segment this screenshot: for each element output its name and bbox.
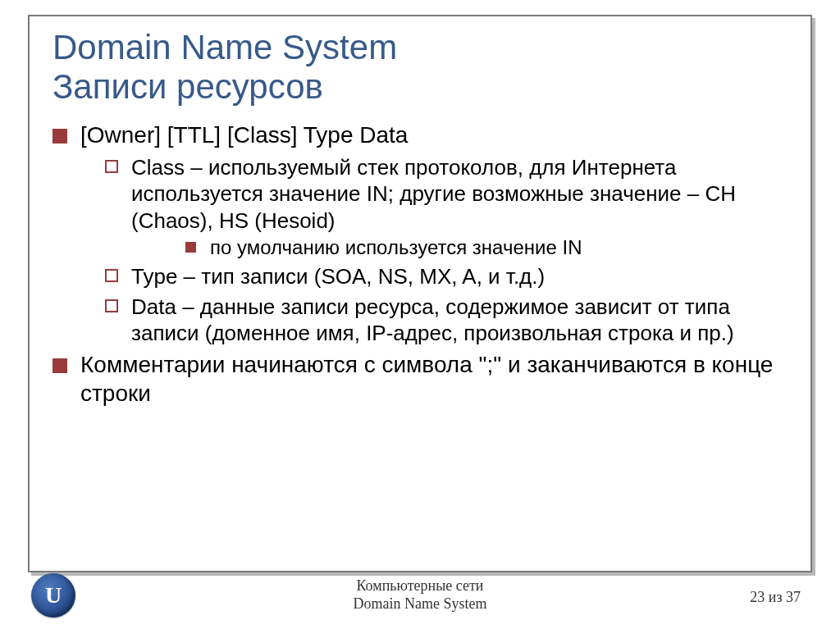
bullet-l2-item: Class – используемый стек протоколов, дл…: [80, 154, 788, 261]
slide: Domain Name System Записи ресурсов [Owne…: [0, 0, 840, 629]
bullet-text: Data – данные записи ресурса, содержимое…: [131, 294, 734, 346]
content-frame: Domain Name System Записи ресурсов [Owne…: [28, 15, 812, 572]
slide-footer: U Компьютерные сети Domain Name System 2…: [0, 570, 840, 621]
footer-center: Компьютерные сети Domain Name System: [0, 577, 840, 613]
bullet-list-level3: по умолчанию используется значение IN: [131, 235, 788, 260]
bullet-l1-item: Комментарии начинаются с символа ";" и з…: [52, 350, 788, 408]
bullet-l2-item: Data – данные записи ресурса, содержимое…: [80, 294, 788, 347]
bullet-text: Комментарии начинаются с символа ";" и з…: [80, 352, 773, 406]
slide-body: [Owner] [TTL] [Class] Type Data Class – …: [52, 121, 788, 408]
bullet-list-level2: Class – используемый стек протоколов, дл…: [80, 154, 788, 347]
footer-line-1: Компьютерные сети: [0, 577, 840, 595]
page-number: 23 из 37: [750, 589, 801, 606]
title-line-2: Записи ресурсов: [52, 67, 323, 106]
bullet-l2-item: Type – тип записи (SOA, NS, MX, A, и т.д…: [80, 263, 788, 290]
footer-line-2: Domain Name System: [0, 595, 840, 613]
bullet-list-level1: [Owner] [TTL] [Class] Type Data Class – …: [52, 121, 788, 408]
bullet-text: по умолчанию используется значение IN: [210, 236, 582, 258]
bullet-l1-item: [Owner] [TTL] [Class] Type Data Class – …: [52, 121, 788, 347]
bullet-text: Class – используемый стек протоколов, дл…: [131, 155, 736, 233]
slide-title: Domain Name System Записи ресурсов: [52, 28, 788, 107]
title-line-1: Domain Name System: [52, 28, 397, 66]
bullet-text: [Owner] [TTL] [Class] Type Data: [80, 122, 408, 148]
bullet-text: Type – тип записи (SOA, NS, MX, A, и т.д…: [131, 264, 545, 289]
bullet-l3-item: по умолчанию используется значение IN: [131, 235, 788, 260]
